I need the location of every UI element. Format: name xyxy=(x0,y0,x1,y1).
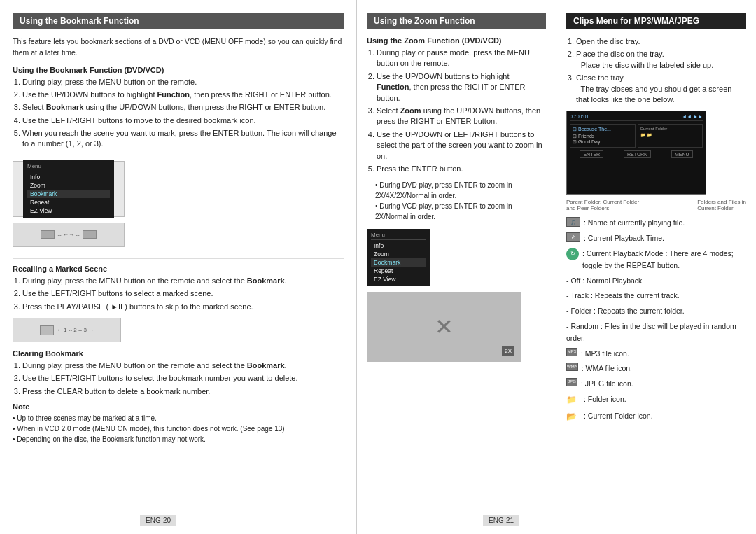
zoom-note-1: During DVD play, press ENTER to zoom in … xyxy=(375,180,546,201)
left-panel: Using the Bookmark Function This feature… xyxy=(0,0,357,534)
bookmark-header: Using the Bookmark Function xyxy=(13,13,344,29)
clips-step-3: Close the tray.- The tray closes and you… xyxy=(576,73,746,105)
icon-item-current-folder: 📂 : Current Folder icon. xyxy=(566,410,746,423)
dvd-btn-return: RETURN xyxy=(624,150,651,158)
note-list: Up to three scenes may be marked at a ti… xyxy=(13,413,344,444)
recall-header: Recalling a Marked Scene xyxy=(13,265,344,273)
intro-text: This feature lets you bookmark sections … xyxy=(13,36,344,59)
dvd-step-2: Use the UP/DOWN buttons to highlight Fun… xyxy=(22,90,344,100)
icon-item-time: ⏱ : Current Playback Time. xyxy=(566,232,746,244)
icon-item-folder: - Folder : Repeats the current folder. xyxy=(566,305,746,317)
clips-step-2: Place the disc on the tray.- Place the d… xyxy=(576,49,746,71)
note-title: Note xyxy=(13,402,344,411)
dvd-btn-menu: MENU xyxy=(671,150,693,158)
icon-item-jpeg: JPG : JPEG file icon. xyxy=(566,378,746,390)
dvd-track-info: ◄◄ ►► xyxy=(682,114,703,119)
right-panel: Clips Menu for MP3/WMA/JPEG Open the dis… xyxy=(556,0,756,534)
dvd-sub-header: Using the Bookmark Function (DVD/VCD) xyxy=(13,66,344,74)
zoom-crosshair-icon: ✕ xyxy=(435,314,454,340)
folder-icon-2: 📁 xyxy=(647,132,652,137)
clips-steps: Open the disc tray. Place the disc on th… xyxy=(576,36,746,105)
note-item-3: Depending on the disc, the Bookmark func… xyxy=(13,434,344,444)
dvd-screen-mockup: 00:00:01 ◄◄ ►► ⊡ Because The... ⊡ Friend… xyxy=(566,111,706,195)
dvd-file-list: ⊡ Because The... ⊡ Friends ⊡ Good Day Cu… xyxy=(570,124,703,148)
clear-step-2: Use the LEFT/RIGHT buttons to select the… xyxy=(22,373,344,384)
zoom-step-1: During play or pause mode, press the MEN… xyxy=(377,48,546,69)
footer-right: ENG-21 xyxy=(483,515,519,526)
device-screenshots: Menu Info Zoom Bookmark Repeat EZ View -… xyxy=(13,155,344,253)
note-item-2: When in VCD 2.0 mode (MENU ON mode), thi… xyxy=(13,423,344,434)
zoom-menu-area: Menu Info Zoom Bookmark Repeat EZ View xyxy=(367,229,546,286)
dvd-step-5: When you reach the scene you want to mar… xyxy=(22,128,344,150)
zoom-label: 2X xyxy=(502,346,514,356)
dvd-step-4: Use the LEFT/RIGHT buttons to move to th… xyxy=(22,115,344,126)
zoom-header: Using the Zoom Function xyxy=(367,13,546,29)
footer-left: ENG-20 xyxy=(140,515,176,526)
folder-icon: 📁 xyxy=(566,393,580,407)
zoom-step-4: Use the UP/DOWN or LEFT/RIGHT buttons to… xyxy=(377,129,546,162)
zoom-menu-mockup: Menu Info Zoom Bookmark Repeat EZ View xyxy=(367,229,430,286)
dvd-steps-list: During play, press the MENU button on th… xyxy=(22,77,344,150)
icon-item-wma: WMA : WMA file icon. xyxy=(566,363,746,374)
icon-item-random: - Random : Files in the disc will be pla… xyxy=(566,321,746,344)
jpeg-icon: JPG xyxy=(566,378,578,386)
label-parent-folder: Parent Folder, Current Folder and Peer F… xyxy=(566,199,639,211)
recall-step-1: During play, press the MENU button on th… xyxy=(22,276,344,286)
page-container: Using the Bookmark Function This feature… xyxy=(0,0,756,534)
dvd-file-title: ⊡ Because The... xyxy=(573,127,633,132)
zoom-step-2: Use the UP/DOWN buttons to highlight Fun… xyxy=(377,71,546,104)
note-item-1: Up to three scenes may be marked at a ti… xyxy=(13,413,344,423)
dvd-time: 00:00:01 xyxy=(570,114,589,119)
dvd-folder-label: Current Folder xyxy=(640,127,701,131)
zoom-step-5: Press the ENTER button. xyxy=(377,164,546,174)
dvd-file-2: ⊡ Good Day xyxy=(573,139,633,145)
icon-item-mp3: MP3 : MP3 file icon. xyxy=(566,348,746,360)
screen-labels: Parent Folder, Current Folder and Peer F… xyxy=(566,199,746,211)
zoom-step-3: Select Zoom using the UP/DOWN buttons, t… xyxy=(377,106,546,127)
label-folders-files: Folders and Files in Current Folder xyxy=(697,199,746,211)
clear-step-3: Press the CLEAR button to delete a bookm… xyxy=(22,386,344,397)
dvd-btn-enter: ENTER xyxy=(580,150,603,158)
current-folder-icon: 📂 xyxy=(566,410,580,423)
clear-header: Clearing Bookmark xyxy=(13,349,344,358)
zoom-image: ✕ 2X xyxy=(367,292,521,362)
clips-step-1: Open the disc tray. xyxy=(576,36,746,47)
dvd-step-3: Select Bookmark using the UP/DOWN button… xyxy=(22,102,344,113)
mp3-icon: MP3 xyxy=(566,348,578,356)
zoom-note-2: During VCD play, press ENTER to zoom in … xyxy=(375,201,546,222)
clips-header: Clips Menu for MP3/WMA/JPEG xyxy=(566,13,746,29)
dvd-top-bar: 00:00:01 ◄◄ ►► xyxy=(570,114,703,121)
recall-steps-list: During play, press the MENU button on th… xyxy=(22,276,344,312)
menu-mockup-1: Menu Info Zoom Bookmark Repeat EZ View -… xyxy=(13,155,121,253)
dvd-file-panel: ⊡ Because The... ⊡ Friends ⊡ Good Day xyxy=(570,124,636,148)
zoom-steps-list: During play or pause mode, press the MEN… xyxy=(377,48,546,174)
dvd-folders: 📁 📁 xyxy=(640,132,701,137)
zoom-notes: During DVD play, press ENTER to zoom in … xyxy=(375,180,546,222)
zoom-dvd-sub-header: Using the Zoom Function (DVD/VCD) xyxy=(367,36,546,45)
dvd-step-1: During play, press the MENU button on th… xyxy=(22,77,344,87)
name-icon: 🎵 xyxy=(566,217,580,227)
recall-step-2: Use the LEFT/RIGHT buttons to select a m… xyxy=(22,288,344,299)
note-box: Note Up to three scenes may be marked at… xyxy=(13,402,344,444)
icon-item-name: 🎵 : Name of currently playing file. xyxy=(566,217,746,229)
recall-step-3: Press the PLAY/PAUSE ( ►II ) buttons to … xyxy=(22,302,344,312)
dvd-file-1: ⊡ Friends xyxy=(573,134,633,139)
dvd-folder-panel: Current Folder 📁 📁 xyxy=(638,124,704,148)
clear-step-1: During play, press the MENU button on th… xyxy=(22,360,344,371)
mode-icon: ↻ xyxy=(566,248,579,260)
time-icon: ⏱ xyxy=(566,232,580,242)
icon-item-mode: ↻ : Current Playback Mode : There are 4 … xyxy=(566,248,746,272)
icon-item-track: - Track : Repeats the current track. xyxy=(566,290,746,302)
clips-icons-list: 🎵 : Name of currently playing file. ⏱ : … xyxy=(566,217,746,423)
wma-icon: WMA xyxy=(566,363,578,371)
folder-icon-1: 📁 xyxy=(640,132,645,137)
middle-panel: Using the Zoom Function Using the Zoom F… xyxy=(357,0,556,534)
icon-item-off: - Off : Normal Playback xyxy=(566,275,746,287)
clear-steps-list: During play, press the MENU button on th… xyxy=(22,360,344,397)
dvd-controls: ENTER RETURN MENU xyxy=(570,150,703,158)
icon-item-folder2: 📁 : Folder icon. xyxy=(566,393,746,407)
dvd-screen-inner: 00:00:01 ◄◄ ►► ⊡ Because The... ⊡ Friend… xyxy=(567,111,706,161)
